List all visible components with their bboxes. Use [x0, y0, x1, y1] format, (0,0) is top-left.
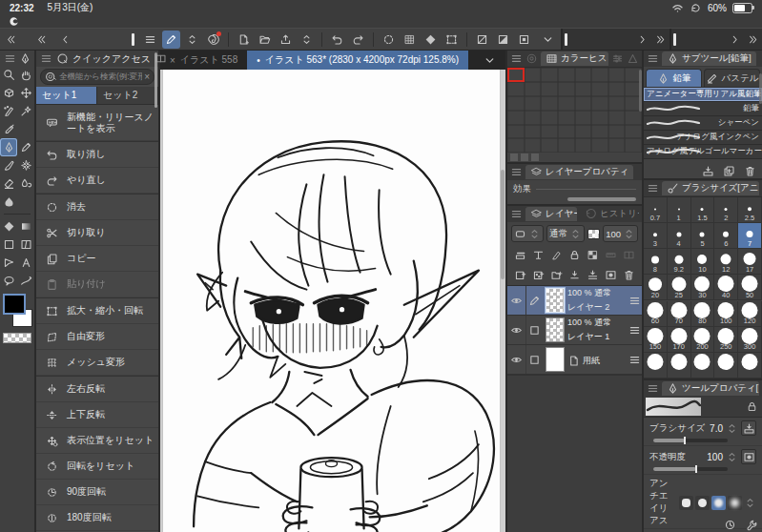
edit-mode-button[interactable]	[162, 31, 180, 49]
quick-access-scrollbar[interactable]	[154, 52, 157, 108]
brush-size-cell[interactable]: 6	[714, 223, 738, 249]
tool-button[interactable]	[0, 193, 17, 211]
file-chevrons[interactable]	[298, 31, 316, 49]
color-swatch[interactable]	[575, 138, 592, 153]
toolbar-menu-icon[interactable]	[141, 31, 159, 49]
tool-button[interactable]	[17, 254, 34, 272]
color-panel-menu-icon[interactable]	[510, 52, 523, 65]
search-scope-icon[interactable]	[45, 71, 57, 83]
layer-mask-button[interactable]	[605, 269, 617, 281]
antialias-strong-button[interactable]	[728, 496, 742, 510]
transfer-down-button[interactable]	[568, 269, 581, 281]
search-input[interactable]: 全機能から検索(例:変形、追加ブ ×	[40, 69, 154, 85]
delete-layer-button[interactable]	[623, 269, 635, 281]
drawing-canvas[interactable]	[163, 70, 500, 532]
tool-button[interactable]	[0, 120, 17, 138]
middle-column-scrollbar[interactable]	[639, 70, 642, 112]
transform-button[interactable]	[443, 31, 461, 49]
color-swatch[interactable]	[525, 82, 542, 96]
color-swatch[interactable]	[608, 96, 626, 111]
menu-item[interactable]	[40, 15, 61, 27]
color-swatch[interactable]	[575, 82, 592, 96]
brush-size-cell[interactable]: 10	[691, 249, 715, 275]
palette-color-selector[interactable]	[511, 225, 544, 242]
right-panel-drag-handle[interactable]	[673, 33, 676, 46]
brush-size-cell[interactable]	[691, 353, 715, 379]
quick-access-set-tab[interactable]: セット2	[97, 87, 158, 104]
color-swatch[interactable]	[507, 68, 525, 82]
opacity-stepper[interactable]	[726, 451, 738, 463]
clip-to-layer-icon[interactable]	[514, 249, 526, 261]
tool-palette-menu-icon[interactable]	[4, 52, 16, 65]
color-swatch[interactable]	[558, 138, 575, 153]
menu-item[interactable]	[61, 15, 82, 27]
subtool-group-tab[interactable]: 鉛筆	[646, 69, 702, 87]
brush-size-value[interactable]: 7.0	[710, 423, 723, 434]
layer-opacity-value[interactable]: 100	[603, 225, 638, 242]
ruler-layer-icon[interactable]	[605, 249, 617, 261]
quick-access-item[interactable]: 180度回転	[36, 505, 158, 531]
mid-panel-hide-button[interactable]	[651, 31, 669, 49]
quick-access-item[interactable]: 拡大・縮小・回転	[36, 297, 158, 324]
color-swatch[interactable]	[507, 125, 525, 139]
brush-size-cell[interactable]: 80	[691, 301, 715, 327]
canvas-tab[interactable]: × イラスト 558	[160, 51, 247, 70]
mode-switch-chevrons[interactable]	[183, 31, 201, 49]
brush-size-cell[interactable]: 2	[714, 197, 738, 223]
blend-mode-dropdown[interactable]: 通常	[546, 225, 585, 242]
menu-item[interactable]	[103, 15, 124, 27]
tool-button[interactable]	[17, 217, 34, 235]
subtool-item[interactable]: アニメーター専用リアル風鉛筆 社内	[644, 88, 762, 102]
lock-alpha-icon[interactable]	[587, 249, 599, 261]
menu-item[interactable]	[124, 15, 145, 27]
toolbar-drag-handle[interactable]	[132, 33, 134, 46]
color-swatch[interactable]	[575, 96, 592, 111]
canvas-scrollbar[interactable]	[501, 170, 505, 279]
brush-size-cell[interactable]: 120	[738, 301, 762, 327]
brush-size-cell[interactable]: 250	[714, 327, 738, 353]
brush-size-cell[interactable]	[644, 353, 668, 379]
canvas-tab-active[interactable]: • イラスト 563* (2830 x 4200px 72dpi 125.8%)	[247, 51, 468, 70]
brush-size-cell[interactable]: 17	[738, 249, 762, 275]
color-swatch[interactable]	[507, 82, 525, 96]
color-swatch[interactable]	[591, 68, 608, 82]
color-swatch[interactable]	[575, 111, 592, 125]
subtool-group-tab[interactable]: パステル	[704, 69, 760, 87]
right-panel-hide-button[interactable]	[744, 31, 762, 49]
brush-size-cell[interactable]: 1	[668, 197, 691, 223]
menu-item[interactable]	[82, 15, 103, 27]
color-swatch[interactable]	[591, 111, 608, 125]
tool-button[interactable]	[0, 84, 17, 102]
tool-button[interactable]	[17, 156, 34, 174]
open-file-button[interactable]	[256, 31, 274, 49]
layer-visibility-toggle[interactable]	[507, 345, 526, 374]
collapse-toolbar-button[interactable]	[2, 31, 20, 49]
quick-access-item[interactable]: 上下反転	[36, 402, 158, 428]
tool-button[interactable]	[0, 254, 17, 272]
antialias-weak-button[interactable]	[695, 496, 710, 510]
color-swatch[interactable]	[591, 125, 608, 139]
collapse-quick-access-button[interactable]	[32, 31, 51, 49]
color-swatch[interactable]	[525, 96, 542, 111]
color-swatch[interactable]	[525, 68, 542, 82]
tool-button[interactable]	[0, 235, 17, 254]
layer-select-box[interactable]	[526, 286, 543, 315]
color-swatch[interactable]	[525, 125, 542, 139]
invert-selection-button[interactable]	[494, 31, 512, 49]
brush-size-cell[interactable]: 50	[738, 275, 762, 300]
quick-access-item[interactable]: 貼り付け	[36, 272, 158, 297]
tool-button[interactable]	[0, 138, 17, 156]
layer-thumbnail[interactable]	[546, 347, 565, 372]
new-tone-layer-button[interactable]	[532, 269, 545, 281]
brush-size-cell[interactable]: 300	[738, 327, 762, 353]
tool-button[interactable]	[0, 272, 17, 290]
color-swatch[interactable]	[591, 138, 608, 153]
subtool-item[interactable]: シャーペン	[644, 116, 762, 131]
layer-select-box[interactable]	[526, 345, 543, 374]
color-swatch[interactable]	[525, 138, 542, 153]
tool-property-menu-icon[interactable]	[647, 382, 659, 395]
brush-size-cell[interactable]: 4	[668, 223, 691, 249]
brush-size-stepper[interactable]	[726, 422, 738, 435]
layer-row[interactable]: 100 % 通常 レイヤー 2	[507, 286, 642, 316]
effect-slider[interactable]	[567, 197, 636, 201]
